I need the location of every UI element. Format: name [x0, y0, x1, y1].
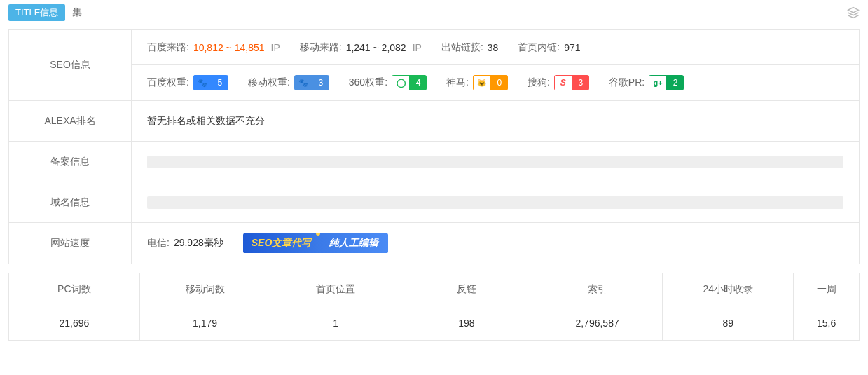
domain-label: 域名信息 — [9, 182, 132, 222]
seo-row: SEO信息 百度来路: 10,812 ~ 14,851 IP 移动来路: 1,2… — [9, 30, 859, 101]
so360-icon — [392, 75, 410, 90]
outbound-links: 出站链接: 38 — [441, 41, 498, 54]
shenma-icon — [473, 75, 491, 90]
google-pr[interactable]: 谷歌PR: 2 — [609, 75, 684, 90]
baidu-mobile-icon — [294, 75, 312, 90]
sogou-weight[interactable]: 搜狗: 3 — [528, 75, 589, 90]
seo-label: SEO信息 — [9, 30, 132, 100]
layers-icon[interactable] — [847, 6, 860, 19]
google-icon — [649, 75, 667, 90]
beian-value-redacted — [147, 156, 843, 168]
internal-links: 首页内链: 971 — [518, 41, 580, 54]
speed-label: 网站速度 — [9, 223, 132, 264]
title-header: TITLE信息 集 — [0, 0, 868, 25]
stats-col[interactable]: 首页位置1 — [270, 273, 401, 340]
mobile-weight[interactable]: 移动权重: 3 — [248, 75, 329, 90]
beian-label: 备案信息 — [9, 142, 132, 182]
title-tag: TITLE信息 — [8, 4, 65, 21]
domain-value-redacted — [147, 196, 843, 209]
mobile-traffic: 移动来路: 1,241 ~ 2,082 IP — [300, 41, 422, 54]
seo-ad-banner[interactable]: SEO文章代写 纯人工编辑 — [243, 233, 389, 253]
baidu-icon — [193, 75, 212, 90]
shenma-weight[interactable]: 神马: 0 — [446, 75, 508, 90]
baidu-traffic: 百度来路: 10,812 ~ 14,851 IP — [147, 41, 280, 54]
stats-col[interactable]: 反链198 — [401, 273, 532, 340]
baidu-weight[interactable]: 百度权重: 5 — [147, 75, 228, 90]
alexa-label: ALEXA排名 — [9, 101, 132, 141]
stats-col[interactable]: 24小时收录89 — [663, 273, 794, 340]
stats-col[interactable]: 一周15,6 — [794, 273, 859, 340]
stats-table: PC词数21,696 移动词数1,179 首页位置1 反链198 索引2,796… — [8, 273, 860, 341]
seo-weight-row: 百度权重: 5 移动权重: 3 360权重: 4 神马: 0 搜狗: 3 — [132, 65, 859, 100]
telecom-speed: 电信: 29.928毫秒 — [147, 237, 223, 250]
sogou-icon — [554, 75, 572, 90]
seo-info-table: SEO信息 百度来路: 10,812 ~ 14,851 IP 移动来路: 1,2… — [8, 29, 860, 264]
stats-col[interactable]: 移动词数1,179 — [140, 273, 271, 340]
seo-traffic-row: 百度来路: 10,812 ~ 14,851 IP 移动来路: 1,241 ~ 2… — [132, 30, 859, 65]
domain-row: 域名信息 — [9, 182, 859, 223]
speed-row: 网站速度 电信: 29.928毫秒 SEO文章代写 纯人工编辑 — [9, 223, 859, 264]
title-text: 集 — [72, 6, 82, 19]
so360-weight[interactable]: 360权重: 4 — [349, 75, 427, 90]
alexa-row: ALEXA排名 暂无排名或相关数据不充分 — [9, 101, 859, 142]
stats-col[interactable]: 索引2,796,587 — [532, 273, 663, 340]
alexa-value: 暂无排名或相关数据不充分 — [147, 115, 265, 128]
stats-col[interactable]: PC词数21,696 — [9, 273, 140, 340]
beian-row: 备案信息 — [9, 142, 859, 182]
